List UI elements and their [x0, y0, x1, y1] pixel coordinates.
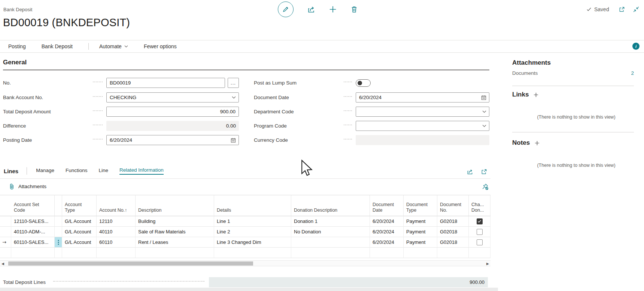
document-date-input[interactable]: 6/20/2024: [356, 92, 489, 102]
column-header-description[interactable]: Description: [136, 195, 214, 216]
calendar-icon[interactable]: [481, 95, 487, 101]
empty-cell[interactable]: [55, 248, 62, 258]
empty-cell[interactable]: [214, 248, 291, 258]
expand-icon[interactable]: [481, 168, 487, 175]
cell-details[interactable]: Line 2: [214, 227, 291, 237]
cell-donation-description[interactable]: No Donation: [291, 227, 370, 237]
pin-off-icon[interactable]: [482, 183, 489, 190]
cell-description[interactable]: Sale of Raw Materials: [136, 227, 214, 237]
posting-date-input[interactable]: 6/20/2024: [106, 135, 239, 145]
department-code-select[interactable]: [356, 107, 489, 117]
lines-menu-related-information[interactable]: Related Information: [119, 167, 164, 175]
program-code-select[interactable]: [356, 121, 489, 131]
current-row-indicator[interactable]: →: [0, 237, 11, 248]
no-input[interactable]: BD00019: [106, 78, 225, 88]
new-button[interactable]: [329, 5, 337, 13]
changed-donation-checkbox[interactable]: [477, 229, 483, 235]
cell-document-type[interactable]: Payment: [404, 216, 437, 227]
column-header-changed-donation[interactable]: Cha... Don...: [469, 195, 490, 216]
menu-item-posting[interactable]: Posting: [8, 43, 26, 49]
menu-item-automate[interactable]: Automate: [99, 43, 128, 49]
calendar-icon[interactable]: [230, 137, 236, 143]
chevron-down-icon[interactable]: [482, 125, 486, 128]
cell-document-date[interactable]: 6/20/2024: [370, 237, 404, 248]
column-header-account-no[interactable]: Account No.↑: [97, 195, 136, 216]
empty-cell[interactable]: [97, 248, 136, 258]
column-header-details[interactable]: Details: [214, 195, 291, 216]
add-note-button[interactable]: [534, 140, 540, 146]
menu-item-fewer-options[interactable]: Fewer options: [144, 43, 177, 49]
empty-cell[interactable]: [136, 248, 214, 258]
changed-donation-checkbox[interactable]: [477, 239, 483, 245]
total-deposit-amount-input[interactable]: 900.00: [106, 107, 239, 117]
cell-donation-description[interactable]: Donation 1: [291, 216, 370, 227]
delete-button[interactable]: [350, 6, 358, 13]
cell-document-no[interactable]: G02018: [437, 237, 469, 248]
empty-cell[interactable]: [291, 248, 370, 258]
column-header-donation-description[interactable]: Donation Description: [291, 195, 370, 216]
row-selector[interactable]: [0, 216, 11, 227]
no-assist-edit-button[interactable]: ...: [228, 78, 239, 88]
column-header-document-no[interactable]: Document No.: [437, 195, 469, 216]
cell-account-set-code[interactable]: 40110-ADM-...: [11, 227, 55, 237]
cell-document-no[interactable]: G02018: [437, 216, 469, 227]
documents-count-link[interactable]: 2: [631, 70, 634, 76]
collapse-icon[interactable]: [633, 6, 640, 13]
cell-account-no[interactable]: 40110: [97, 227, 136, 237]
share-button[interactable]: [307, 5, 315, 13]
cell-account-set-code[interactable]: 12110-SALES...: [11, 216, 55, 227]
cell-document-date[interactable]: 6/20/2024: [370, 227, 404, 237]
chevron-down-icon[interactable]: [232, 96, 236, 99]
post-as-lump-sum-toggle[interactable]: [356, 79, 371, 87]
column-header-account-set-code[interactable]: Account Set Code: [11, 195, 55, 216]
row-selector[interactable]: [0, 248, 11, 258]
open-in-new-window-icon[interactable]: [619, 6, 625, 13]
empty-cell[interactable]: [62, 248, 97, 258]
cell-account-type[interactable]: G/L Account: [62, 227, 97, 237]
cell-account-set-code[interactable]: 60110-SALES...: [11, 237, 55, 248]
cell-document-no[interactable]: G02018: [437, 227, 469, 237]
menu-item-bank-deposit[interactable]: Bank Deposit: [42, 43, 73, 49]
lines-heading[interactable]: Lines: [4, 168, 18, 174]
empty-cell[interactable]: [437, 248, 469, 258]
lines-menu-functions[interactable]: Functions: [66, 168, 88, 174]
empty-cell[interactable]: [404, 248, 437, 258]
scrollbar-thumb[interactable]: [8, 261, 253, 266]
lines-menu-line[interactable]: Line: [99, 168, 109, 174]
scroll-left-icon[interactable]: ◀: [1, 262, 4, 266]
row-menu-button[interactable]: [55, 237, 62, 248]
cell-row-menu[interactable]: [55, 227, 62, 237]
bank-account-no-select[interactable]: CHECKING: [106, 92, 239, 102]
cell-account-no[interactable]: 12110: [97, 216, 136, 227]
column-header-account-type[interactable]: Account Type: [62, 195, 97, 216]
cell-description[interactable]: Building: [136, 216, 214, 227]
general-section-heading[interactable]: General: [3, 59, 489, 70]
chevron-down-icon[interactable]: [482, 110, 486, 113]
column-header-document-type[interactable]: Document Type: [404, 195, 437, 216]
cell-details[interactable]: Line 3 Changed Dim: [214, 237, 291, 248]
cell-document-type[interactable]: Payment: [404, 227, 437, 237]
info-icon[interactable]: i: [632, 43, 640, 50]
changed-donation-checkbox[interactable]: [477, 218, 483, 224]
cell-document-date[interactable]: 6/20/2024: [370, 216, 404, 227]
cell-account-no[interactable]: 60110: [97, 237, 136, 248]
lines-attachments-button[interactable]: Attachments: [9, 183, 46, 190]
empty-cell[interactable]: [11, 248, 55, 258]
cell-details[interactable]: Line 1: [214, 216, 291, 227]
cell-account-type[interactable]: G/L Account: [62, 237, 97, 248]
column-header-document-date[interactable]: Document Date: [370, 195, 404, 216]
cell-account-type[interactable]: G/L Account: [62, 216, 97, 227]
cell-description[interactable]: Rent / Leases: [136, 237, 214, 248]
empty-cell[interactable]: [469, 248, 490, 258]
cell-donation-description[interactable]: [291, 237, 370, 248]
lines-menu-manage[interactable]: Manage: [36, 168, 54, 174]
share-icon[interactable]: [467, 168, 473, 175]
cell-row-menu[interactable]: [55, 216, 62, 227]
cell-document-type[interactable]: Payment: [404, 237, 437, 248]
scroll-right-icon[interactable]: ▶: [486, 262, 489, 266]
add-link-button[interactable]: [533, 92, 539, 98]
horizontal-scrollbar[interactable]: ◀ ▶: [0, 260, 490, 266]
empty-cell[interactable]: [370, 248, 404, 258]
edit-button[interactable]: [278, 1, 294, 17]
row-selector[interactable]: [0, 227, 11, 237]
